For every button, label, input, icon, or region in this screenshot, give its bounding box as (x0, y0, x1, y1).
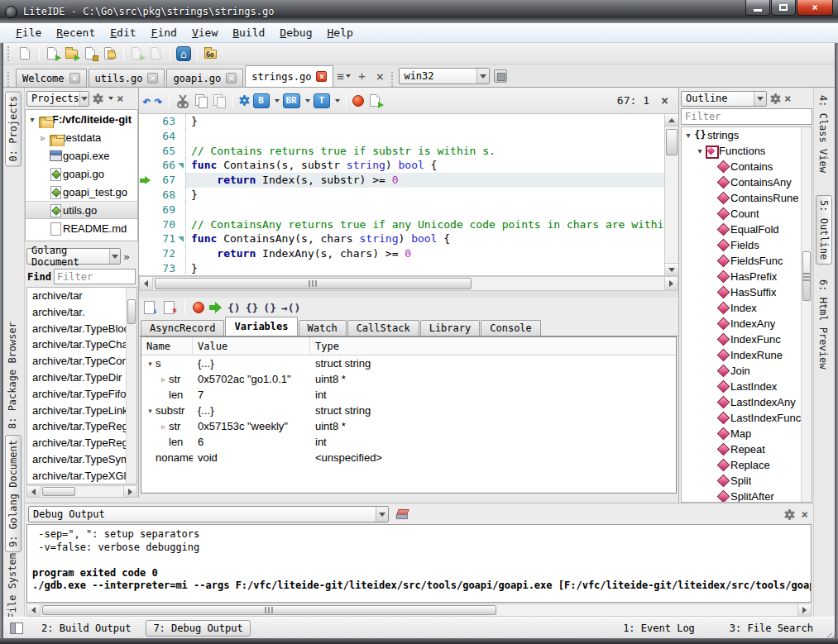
build-button[interactable]: B (253, 93, 270, 108)
expander-icon[interactable]: ▹ (38, 133, 48, 142)
tree-item-testdata[interactable]: ▹testdata (26, 128, 137, 146)
step-out-icon[interactable]: (} (263, 302, 276, 314)
editor-line[interactable]: 66func Contains(s, substr string) bool { (139, 158, 664, 173)
open-folder-icon[interactable] (64, 45, 80, 62)
go-env-icon[interactable]: Go (203, 45, 219, 62)
scrollbar-thumb[interactable] (666, 129, 678, 155)
redo-icon[interactable]: ↷ (154, 93, 162, 109)
tree-item-utils-go[interactable]: utils.go (26, 201, 137, 219)
scroll-down-button[interactable] (665, 263, 678, 275)
output-menu-gear-icon[interactable] (784, 509, 795, 520)
line-number[interactable]: 67 (152, 173, 175, 188)
scroll-right-button[interactable] (123, 486, 136, 497)
menu-item-find[interactable]: Find (144, 24, 184, 41)
expander-icon[interactable]: ▾ (695, 146, 705, 155)
outline-item-fieldsfunc[interactable]: FieldsFunc (682, 253, 812, 269)
maximize-button[interactable] (771, 0, 796, 16)
expander-icon[interactable]: ▾ (27, 115, 37, 124)
combo-button[interactable] (109, 249, 120, 264)
projects-menu-gear-icon[interactable] (93, 93, 103, 104)
revert-all-icon[interactable] (148, 45, 165, 62)
continue-icon[interactable] (209, 302, 223, 313)
combo-button[interactable] (79, 92, 89, 106)
line-number[interactable]: 65 (152, 144, 175, 159)
variable-row[interactable]: ▹str0x57153c "weekly"uint8 * (141, 418, 676, 434)
status-7-debug-output[interactable]: 7: Debug Output (146, 620, 250, 637)
status-2-build-output[interactable]: 2: Build Output (35, 621, 137, 636)
status-1-event-log[interactable]: 1: Event Log (616, 621, 702, 636)
menu-item-view[interactable]: View (184, 24, 225, 41)
doc-item[interactable]: archive/tar.TypeReg (27, 418, 136, 435)
outline-item-hasprefix[interactable]: HasPrefix (682, 269, 812, 284)
expander-icon[interactable]: ▹ (158, 375, 169, 384)
doc-list-vscrollbar[interactable] (126, 288, 136, 484)
debug-tab-library[interactable]: Library (420, 320, 481, 336)
column-header-name[interactable]: Name (141, 337, 193, 355)
doc-item[interactable]: archive/tar (27, 288, 136, 304)
undo-icon[interactable]: ↶ (142, 93, 151, 109)
run-output-icon[interactable] (367, 93, 384, 109)
doc-item[interactable]: archive/tar.TypeXGlobalHeader (27, 468, 136, 484)
sidebar-view-select[interactable]: Projects (26, 91, 89, 107)
doc-item[interactable]: archive/tar.TypeChar (27, 336, 136, 353)
scrollbar-thumb[interactable] (42, 605, 496, 615)
outline-close-icon[interactable]: × (784, 93, 791, 104)
editor-line[interactable]: 71func ContainsAny(s, chars string) bool… (139, 231, 664, 246)
panel-splitter[interactable] (139, 291, 678, 298)
outline-item-split[interactable]: Split (682, 473, 812, 489)
scroll-left-button[interactable] (27, 486, 41, 497)
combo-button[interactable] (754, 92, 766, 106)
editor-close-icon[interactable]: × (659, 93, 675, 108)
combo-button[interactable] (476, 69, 489, 83)
tree-item-goapi-go[interactable]: goapi.go (26, 165, 137, 183)
code-area[interactable]: 63}6465// Contains returns true if subst… (139, 114, 664, 275)
tab-close-icon[interactable]: × (316, 71, 327, 82)
debug-tab-console[interactable]: Console (481, 320, 541, 336)
line-number[interactable]: 69 (152, 203, 175, 217)
line-number[interactable]: 70 (152, 217, 175, 232)
line-number[interactable]: 73 (152, 261, 175, 275)
paste-icon[interactable] (212, 93, 227, 108)
overflow-chevron-icon[interactable]: » (123, 250, 130, 263)
code-editor[interactable]: 63}6465// Contains returns true if subst… (139, 114, 678, 276)
doc-list-hscrollbar[interactable] (26, 485, 137, 498)
dock-tab-4-class-view[interactable]: 4: Class View (816, 91, 831, 177)
outline-item-lastindexany[interactable]: LastIndexAny (682, 394, 812, 410)
tab-welcome[interactable]: Welcome× (16, 69, 87, 87)
output-view-select[interactable]: Debug Output (28, 506, 389, 522)
doc-item[interactable]: archive/tar.TypeBlock (27, 321, 136, 337)
outline-item-indexany[interactable]: IndexAny (682, 316, 812, 332)
scroll-left-button[interactable] (140, 277, 153, 290)
expander-icon[interactable]: ▾ (145, 407, 156, 415)
editor-line[interactable]: 69 (139, 203, 664, 217)
tree-item-goapi-test-go[interactable]: goapi_test.go (26, 183, 137, 201)
line-number[interactable]: 63 (152, 114, 175, 129)
clear-output-icon[interactable] (395, 508, 409, 521)
outline-item-contains[interactable]: Contains (682, 159, 812, 174)
fold-marker[interactable] (175, 231, 185, 246)
outline-item-equalfold[interactable]: EqualFold (682, 222, 812, 237)
tab-list-icon[interactable]: ≡ (334, 67, 352, 85)
tabbar-handle[interactable] (7, 72, 12, 87)
doc-item[interactable]: archive/tar.TypeFifo (27, 386, 136, 403)
dock-tab-9-golang-document[interactable]: 9: Golang Document (5, 435, 22, 552)
step-over-icon[interactable]: {} (246, 302, 259, 314)
editor-line[interactable]: 63} (139, 114, 664, 129)
outline-item-replace[interactable]: Replace (682, 457, 812, 473)
close-editor-icon[interactable]: × (371, 67, 389, 85)
scroll-right-button[interactable] (664, 277, 678, 290)
copy-icon[interactable] (194, 93, 208, 108)
menu-item-file[interactable]: File (8, 24, 49, 41)
tab-strings-go[interactable]: strings.go× (245, 65, 333, 87)
outline-item-strings[interactable]: ▾{}strings (682, 127, 812, 143)
doc-item[interactable]: archive/tar.TypeDir (27, 370, 136, 386)
stop-debug-icon[interactable] (193, 302, 204, 313)
tab-close-icon[interactable]: × (69, 73, 80, 83)
outline-view-select[interactable]: Outline (681, 91, 767, 107)
build-run-dropdown-arrow-icon[interactable] (305, 99, 310, 103)
combo-button[interactable] (376, 507, 388, 522)
debug-tab-callstack[interactable]: CallStack (347, 320, 419, 336)
debug-tab-asyncrecord[interactable]: AsyncRecord (141, 320, 224, 336)
toolbar-handle[interactable] (7, 46, 12, 61)
outline-item-lastindexfunc[interactable]: LastIndexFunc (682, 410, 812, 426)
